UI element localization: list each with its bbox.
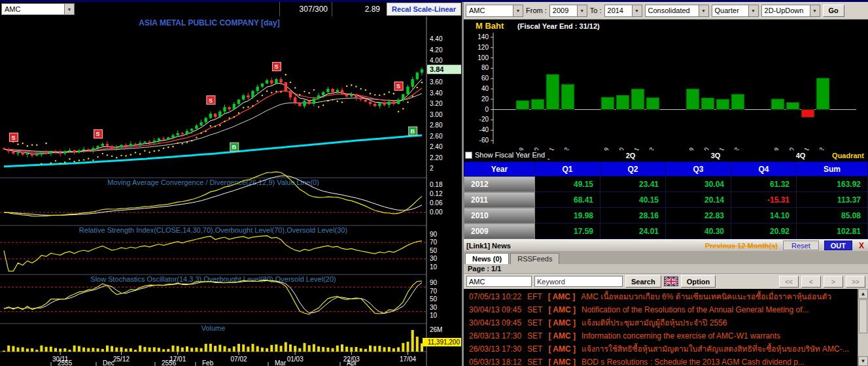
- uk-flag-icon[interactable]: [664, 276, 678, 286]
- table-row[interactable]: 200917.5924.0140.3020.92102.81: [464, 224, 868, 239]
- news-headline: แจ้งการใช้สิทธิซื้อหุ้นสามัญตามใบสำคัญแส…: [582, 344, 849, 354]
- price-axis-label: 2: [430, 165, 434, 172]
- news-symbol-input[interactable]: [466, 276, 532, 287]
- prev-page-button[interactable]: <: [801, 276, 821, 288]
- period-select[interactable]: Quarter ▼: [712, 5, 759, 17]
- svg-text:Feb: Feb: [202, 359, 214, 366]
- page-indicator: Page : 1/1: [464, 264, 868, 274]
- quarterly-bar-chart[interactable]: M Baht(Fiscal Year End : 31/12)140120100…: [464, 20, 868, 150]
- chevron-down-icon[interactable]: ▼: [513, 5, 523, 16]
- bar: [531, 99, 544, 110]
- previous-12-months-label[interactable]: Previous 12 Month(s): [705, 242, 778, 250]
- year-cell[interactable]: 2009: [464, 224, 535, 239]
- svg-text:70: 70: [430, 288, 438, 295]
- svg-text:30: 30: [430, 255, 438, 262]
- news-symbol: [ AMC ]: [548, 318, 576, 327]
- symbol-select[interactable]: AMC ▼: [1, 3, 75, 15]
- table-header: Year: [464, 162, 535, 176]
- table-header: Q1: [535, 162, 600, 176]
- price-axis-label: 4.20: [430, 46, 443, 54]
- svg-text:26M: 26M: [430, 326, 442, 333]
- svg-text:B: B: [410, 128, 415, 135]
- news-symbol: [ AMC ]: [548, 331, 576, 341]
- news-item[interactable]: 26/03/13 17:30SET[ AMC ]Information conc…: [464, 329, 858, 342]
- table-row[interactable]: 201249.1523.4130.0461.32163.92: [464, 176, 868, 192]
- svg-text:10: 10: [430, 312, 438, 319]
- from-year-select[interactable]: 2009 ▼: [549, 5, 587, 17]
- last-page-button[interactable]: >>: [846, 276, 865, 288]
- reset-button[interactable]: Reset: [783, 241, 819, 250]
- svg-text:100: 100: [477, 54, 489, 61]
- news-date: 30/04/13 09:45: [469, 305, 521, 314]
- value-cell: 163.92: [797, 176, 868, 192]
- bar: [786, 103, 799, 110]
- value-cell: 24.01: [600, 224, 666, 239]
- to-year-select[interactable]: 2014 ▼: [604, 5, 642, 17]
- first-page-button[interactable]: <<: [779, 276, 799, 288]
- news-item[interactable]: 07/05/13 10:22EFT[ AMC ]AMC เนื้อหอมบวกเ…: [464, 290, 858, 303]
- next-page-button[interactable]: >: [824, 276, 843, 288]
- to-label: To :: [590, 7, 602, 14]
- symbol-select-right[interactable]: AMC ▼: [466, 5, 523, 17]
- svg-text:25/12: 25/12: [113, 356, 130, 363]
- consolidated-select[interactable]: Consolidated ▼: [645, 5, 709, 17]
- keyword-input[interactable]: [534, 276, 623, 287]
- bar: [601, 97, 614, 110]
- chevron-down-icon[interactable]: ▼: [632, 5, 642, 16]
- price-axis-label: 4.40: [430, 35, 443, 42]
- news-symbol: [ AMC ]: [548, 305, 576, 314]
- news-pagination: <<<>>>: [776, 275, 865, 288]
- bar: [516, 101, 529, 110]
- option-button[interactable]: Option: [681, 275, 716, 288]
- news-header-bar: [Link1] News Previous 12 Month(s) Reset …: [464, 239, 868, 251]
- out-button[interactable]: OUT: [824, 241, 852, 250]
- svg-text:60: 60: [481, 75, 489, 82]
- news-headline: Notification of the Resolutions of the A…: [582, 305, 809, 314]
- svg-text:20: 20: [481, 95, 489, 103]
- svg-text:-60: -60: [479, 137, 489, 144]
- quarterly-results-table: YearQ1Q2Q3Q4Sum 201249.1523.4130.0461.32…: [464, 161, 868, 239]
- go-button[interactable]: Go: [823, 5, 844, 17]
- year-cell[interactable]: 2011: [464, 192, 535, 208]
- chevron-down-icon[interactable]: ▼: [810, 5, 820, 16]
- last-volume-value: 11,391,200: [428, 339, 460, 346]
- scroll-up-icon[interactable]: ▲: [858, 289, 868, 299]
- tab-rssfeeds[interactable]: RSSFeeds: [510, 253, 559, 264]
- news-item[interactable]: 05/03/13 18:12SET[ AMC ]BOD s Resolution…: [464, 356, 858, 366]
- scroll-down-icon[interactable]: ▼: [858, 356, 868, 366]
- checkbox-icon[interactable]: [465, 152, 472, 159]
- year-cell[interactable]: 2010: [464, 208, 535, 224]
- news-scrollbar[interactable]: ▲ ▼: [858, 289, 868, 366]
- chevron-down-icon[interactable]: ▼: [699, 5, 708, 16]
- svg-text:140: 140: [477, 33, 489, 41]
- show-fiscal-year-end-checkbox[interactable]: Show Fiscal Year End: [465, 151, 554, 159]
- svg-text:Apr: Apr: [347, 359, 357, 366]
- svg-text:S: S: [11, 135, 15, 141]
- chart-title: ASIA METAL PUBLIC COMPANY [day]: [139, 18, 279, 27]
- value-cell: 23.41: [600, 176, 666, 192]
- recal-scale-button[interactable]: Recal Scale-Linear: [387, 3, 461, 16]
- table-row[interactable]: 201168.4140.1520.14-15.31113.37: [464, 192, 868, 208]
- bar-chart-subtitle: (Fiscal Year End : 31/12): [517, 22, 600, 30]
- year-cell[interactable]: 2012: [464, 176, 535, 192]
- news-item[interactable]: 30/04/13 09:45SET[ AMC ]แจ้งมติที่ประชุม…: [464, 316, 858, 329]
- price-axis-label: 3.20: [430, 100, 443, 107]
- news-item[interactable]: 26/03/13 17:30SET[ AMC ]แจ้งการใช้สิทธิซ…: [464, 342, 858, 356]
- bar-counter: 307/300: [279, 2, 332, 16]
- svg-text:50: 50: [430, 295, 438, 303]
- quarter-axis-row: 1Q2Q3Q4Q Show Fiscal Year End Quadrant: [464, 150, 868, 161]
- scrollbar-thumb[interactable]: [859, 299, 867, 333]
- view-mode-select[interactable]: 2D-UpDown ▼: [761, 5, 820, 17]
- chevron-down-icon[interactable]: ▼: [64, 4, 74, 14]
- search-button[interactable]: Search: [625, 275, 661, 288]
- tab-news[interactable]: News (0): [465, 253, 509, 264]
- news-item[interactable]: 30/04/13 09:45SET[ AMC ]Notification of …: [464, 303, 858, 316]
- table-header: Sum: [797, 162, 868, 176]
- close-icon[interactable]: X: [858, 241, 865, 250]
- chevron-down-icon[interactable]: ▼: [577, 5, 587, 16]
- chevron-down-icon[interactable]: ▼: [748, 5, 758, 16]
- price-chart[interactable]: ASIA METAL PUBLIC COMPANY [day]SSSSSBB4.…: [0, 16, 462, 366]
- table-header: Q4: [731, 162, 797, 176]
- news-headline: AMC เนื้อหอมบวกเกือบ 6% ด้านเซียนเทคนิคแ…: [581, 292, 831, 301]
- table-row[interactable]: 201019.9828.1622.8314.1085.08: [464, 208, 868, 224]
